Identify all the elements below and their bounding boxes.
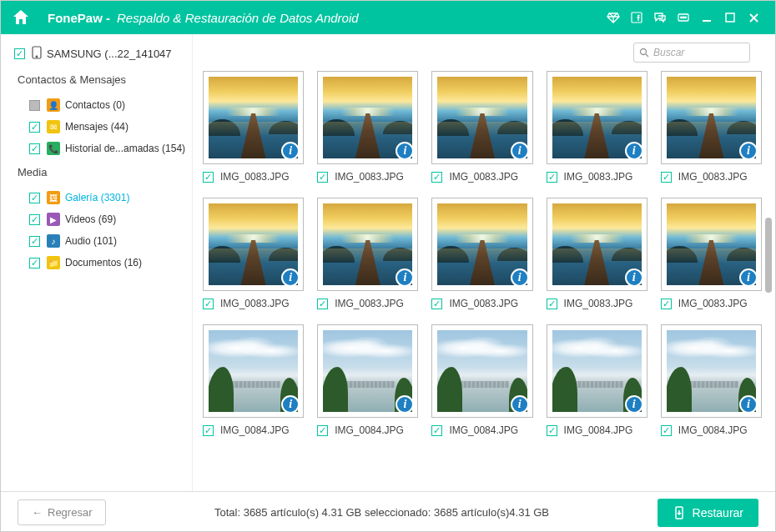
tree-item-galeria[interactable]: 🖼 Galería (3301) [14,187,185,208]
thumbnail-frame[interactable]: i [431,71,532,164]
thumbnail-checkbox[interactable] [317,172,328,183]
svg-line-12 [646,54,648,57]
thumbnail-card[interactable]: iIMG_0083.JPG [661,198,762,309]
checkbox[interactable] [29,214,40,225]
thumbnail-frame[interactable]: i [547,324,648,418]
thumbnail-card[interactable]: iIMG_0083.JPG [203,71,304,183]
tree-item-videos[interactable]: ▶ Videos (69) [14,208,185,230]
thumbnail-card[interactable]: iIMG_0083.JPG [317,198,418,309]
info-icon[interactable]: i [511,395,529,414]
thumbnail-frame[interactable]: i [317,71,418,164]
tree-label: Historial de...amadas (154) [65,143,185,154]
checkbox[interactable] [29,143,40,154]
thumbnail-card[interactable]: iIMG_0083.JPG [203,198,304,309]
thumbnail-card[interactable]: iIMG_0084.JPG [317,324,418,436]
thumbnail-card[interactable]: iIMG_0084.JPG [661,324,762,436]
thumbnail-checkbox[interactable] [203,425,214,436]
search-icon [639,48,649,58]
checkbox[interactable] [29,236,40,247]
thumbnail-card[interactable]: iIMG_0084.JPG [431,324,532,436]
thumbnail-frame[interactable]: i [203,324,304,418]
thumbnail-card[interactable]: iIMG_0084.JPG [203,324,304,436]
checkbox[interactable] [29,193,40,203]
tree-item-contactos[interactable]: 👤 Contactos (0) [14,94,185,116]
audio-icon: ♪ [47,234,60,248]
thumbnail-frame[interactable]: i [431,198,532,291]
thumbnail-checkbox[interactable] [203,172,214,183]
thumbnail-frame[interactable]: i [317,324,418,418]
thumbnail-card[interactable]: iIMG_0083.JPG [431,71,532,183]
thumbnail-filename: IMG_0084.JPG [220,424,290,436]
close-icon[interactable] [746,10,761,25]
thumbnail-checkbox[interactable] [431,172,442,183]
svg-point-10 [36,56,38,58]
home-icon[interactable] [11,8,31,28]
thumbnail-card[interactable]: iIMG_0083.JPG [547,198,648,309]
info-icon[interactable]: i [625,395,643,414]
restore-button[interactable]: Restaurar [658,499,758,527]
thumbnail-checkbox[interactable] [203,299,214,309]
tree-item-documentos[interactable]: 📁 Documentos (16) [14,252,185,274]
phone-icon [32,46,42,62]
diamond-icon[interactable] [606,10,621,25]
thumbnail-checkbox[interactable] [431,299,442,309]
thumbnail-filename: IMG_0083.JPG [449,171,518,183]
tree-label: Contactos (0) [65,99,125,111]
thumbnail-checkbox[interactable] [661,425,672,436]
thumbnail-filename: IMG_0083.JPG [564,298,633,309]
thumbnail-checkbox[interactable] [317,299,328,309]
thumbnail-frame[interactable]: i [661,198,762,291]
scrollbar[interactable] [765,218,772,293]
tree-item-audio[interactable]: ♪ Audio (101) [14,230,185,252]
thumbnail-frame[interactable]: i [661,71,762,164]
thumbnail-card[interactable]: iIMG_0083.JPG [661,71,762,183]
thumbnail-frame[interactable]: i [317,198,418,291]
arrow-left-icon: ← [32,506,43,519]
svg-point-11 [641,49,647,55]
thumbnail-filename: IMG_0084.JPG [564,424,633,436]
thumbnail-checkbox[interactable] [547,299,557,309]
thumbnail-frame[interactable]: i [431,324,532,418]
thumbnail-frame[interactable]: i [203,198,304,291]
device-checkbox[interactable] [14,48,25,59]
feedback-icon[interactable] [653,10,668,25]
search-input[interactable]: Buscar [633,43,750,63]
more-icon[interactable] [676,10,691,25]
thumbnail-card[interactable]: iIMG_0084.JPG [547,324,648,436]
device-row[interactable]: SAMSUNG (...22_141047 [14,46,185,62]
tree-item-historial[interactable]: 📞 Historial de...amadas (154) [14,138,185,159]
checkbox[interactable] [29,122,40,133]
thumbnail-card[interactable]: iIMG_0083.JPG [547,71,648,183]
thumbnail-frame[interactable]: i [661,324,762,418]
thumbnail-card[interactable]: iIMG_0083.JPG [317,71,418,183]
thumbnail-frame[interactable]: i [547,71,648,164]
thumbnail-checkbox[interactable] [661,172,672,183]
minimize-icon[interactable] [699,10,714,25]
info-icon[interactable]: i [739,395,758,414]
info-icon[interactable]: i [511,142,529,160]
facebook-icon[interactable] [629,10,644,25]
thumbnail-frame[interactable]: i [547,198,648,291]
info-icon[interactable]: i [511,269,529,287]
info-icon[interactable]: i [625,142,643,160]
thumbnail-checkbox[interactable] [547,172,557,183]
maximize-icon[interactable] [723,10,738,25]
thumbnail-checkbox[interactable] [661,299,672,309]
svg-point-3 [683,17,684,18]
thumbnail-frame[interactable]: i [203,71,304,164]
thumbnail-checkbox[interactable] [547,425,557,436]
checkbox[interactable] [29,258,40,269]
thumbnail-filename: IMG_0084.JPG [678,424,748,436]
thumbnail-filename: IMG_0084.JPG [335,424,404,436]
back-button[interactable]: ← Regresar [18,499,106,525]
checkbox[interactable] [29,100,40,111]
thumbnail-checkbox[interactable] [431,425,442,436]
back-label: Regresar [48,506,92,519]
thumbnail-checkbox[interactable] [317,425,328,436]
thumbnail-card[interactable]: iIMG_0083.JPG [431,198,532,309]
info-icon[interactable]: i [625,269,643,287]
info-icon[interactable]: i [739,142,758,160]
tree-item-mensajes[interactable]: ✉ Mensajes (44) [14,116,185,138]
info-icon[interactable]: i [739,269,758,287]
app-subtitle: Respaldo & Restauración de Datos Android [117,11,359,25]
